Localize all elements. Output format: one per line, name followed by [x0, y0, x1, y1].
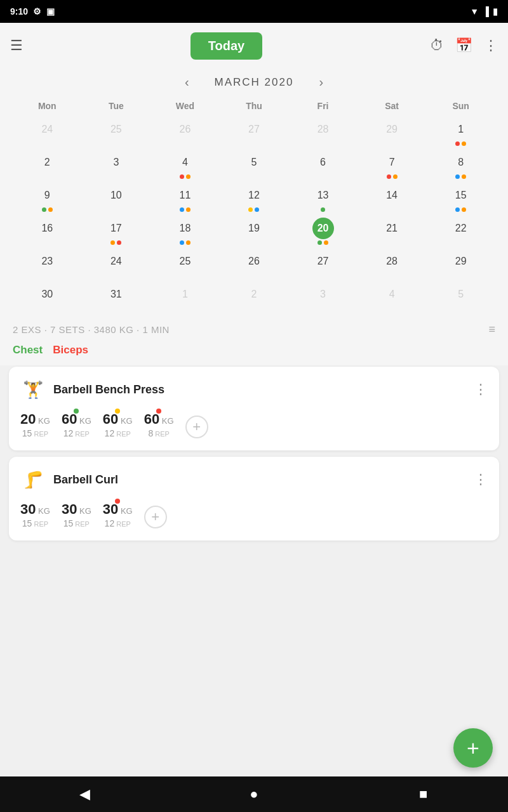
calendar-header-tue: Tue: [82, 98, 151, 116]
calendar-dots: [455, 207, 466, 213]
calendar-dots: [180, 240, 190, 246]
add-exercise-fab[interactable]: +: [453, 728, 493, 768]
calendar-cell[interactable]: 8: [426, 149, 495, 182]
set-item[interactable]: 30 KG15 REP: [62, 501, 91, 529]
calendar-dots: [455, 141, 466, 147]
calendar-cell[interactable]: 18: [150, 215, 220, 248]
calendar-date: 13: [312, 185, 334, 206]
calendar-date: 15: [450, 185, 472, 206]
calendar-cell[interactable]: 30: [13, 281, 82, 314]
calendar-dot: [455, 207, 460, 212]
calendar-date: 27: [312, 251, 334, 272]
month-title: MARCH 2020: [215, 76, 294, 89]
category-tag-biceps[interactable]: Biceps: [53, 344, 88, 357]
calendar-cell[interactable]: 3: [82, 149, 151, 182]
calendar-cell[interactable]: 29: [426, 248, 495, 281]
set-status-dot: [115, 409, 120, 414]
calendar-dot: [186, 174, 190, 179]
calendar-cell[interactable]: 15: [426, 182, 495, 215]
set-status-dot: [156, 409, 161, 414]
calendar-cell[interactable]: 5: [426, 281, 495, 314]
calendar-cell[interactable]: 2: [13, 149, 82, 182]
calendar-cell[interactable]: 6: [288, 149, 358, 182]
calendar-date: 18: [174, 218, 196, 239]
calendar-cell[interactable]: 11: [150, 182, 220, 215]
calendar-cell[interactable]: 14: [358, 182, 427, 215]
set-item[interactable]: 60 KG8 REP: [144, 411, 174, 439]
calendar-cell[interactable]: 28: [358, 248, 427, 281]
set-reps: 12 REP: [64, 428, 90, 439]
calendar-cell[interactable]: 2: [220, 281, 289, 314]
calendar-cell[interactable]: 19: [220, 215, 289, 248]
calendar-cell[interactable]: 12: [220, 182, 289, 215]
calendar-cell[interactable]: 25: [82, 116, 151, 149]
menu-icon[interactable]: ☰: [10, 37, 23, 54]
calendar-date: 24: [36, 119, 58, 140]
calendar-cell[interactable]: 7: [358, 149, 427, 182]
calendar-cell[interactable]: 17: [82, 215, 151, 248]
calendar-cell[interactable]: 26: [220, 248, 289, 281]
calendar-cell[interactable]: 1: [150, 281, 220, 314]
set-item[interactable]: 60 KG12 REP: [62, 411, 91, 439]
calendar-cell[interactable]: 27: [288, 248, 358, 281]
calendar-cell[interactable]: 26: [150, 116, 220, 149]
calendar-cell[interactable]: 28: [288, 116, 358, 149]
timer-icon[interactable]: ⏱: [430, 37, 444, 54]
calendar-dots: [248, 207, 259, 213]
exercise-more-options[interactable]: ⋮: [474, 381, 488, 398]
calendar-cell[interactable]: 4: [358, 281, 427, 314]
summary-menu-icon[interactable]: ≡: [488, 323, 495, 336]
calendar-cell[interactable]: 24: [13, 116, 82, 149]
calendar-cell[interactable]: 16: [13, 215, 82, 248]
calendar-date: 2: [36, 152, 58, 173]
calendar-dot: [180, 207, 184, 212]
calendar-date: 4: [381, 284, 403, 305]
set-weight: 20 KG: [20, 411, 50, 428]
exercise-more-options[interactable]: ⋮: [474, 471, 488, 488]
set-reps: 8 REP: [148, 428, 169, 439]
set-item[interactable]: 30 KG15 REP: [20, 501, 50, 529]
calendar-cell[interactable]: 21: [358, 215, 427, 248]
set-item[interactable]: 60 KG12 REP: [103, 411, 133, 439]
calendar-cell[interactable]: 31: [82, 281, 151, 314]
category-tag-chest[interactable]: Chest: [13, 344, 43, 357]
calendar-cell[interactable]: 23: [13, 248, 82, 281]
home-button[interactable]: ●: [235, 775, 273, 812]
calendar-dot: [462, 141, 466, 146]
calendar-cell[interactable]: 29: [358, 116, 427, 149]
summary-bar: 2 EXS · 7 SETS · 3480 KG · 1 MIN ≡: [0, 314, 508, 341]
calendar-cell[interactable]: 10: [82, 182, 151, 215]
calendar-cell[interactable]: 13: [288, 182, 358, 215]
calendar-cell[interactable]: 20: [288, 215, 358, 248]
calendar-cell[interactable]: 24: [82, 248, 151, 281]
card-header: 🏋Barbell Bench Press⋮: [20, 377, 488, 402]
calendar-cell[interactable]: 3: [288, 281, 358, 314]
category-row: ChestBiceps: [0, 341, 508, 365]
calendar-date: 26: [174, 119, 196, 140]
calendar-cell[interactable]: 25: [150, 248, 220, 281]
calendar-dot: [110, 240, 115, 245]
calendar-date: 10: [105, 185, 127, 206]
set-reps: 12 REP: [105, 428, 131, 439]
sim-icon: ▣: [46, 6, 55, 16]
wifi-icon: ▼: [470, 6, 479, 16]
back-button[interactable]: ◀: [65, 775, 104, 812]
calendar-cell[interactable]: 5: [220, 149, 289, 182]
set-item[interactable]: 30 KG12 REP: [103, 501, 133, 529]
add-set-button[interactable]: +: [185, 416, 208, 438]
calendar-cell[interactable]: 4: [150, 149, 220, 182]
calendar-cell[interactable]: 22: [426, 215, 495, 248]
prev-month-button[interactable]: ‹: [185, 75, 189, 89]
calendar-cell[interactable]: 27: [220, 116, 289, 149]
calendar-icon[interactable]: 📅: [455, 37, 472, 54]
calendar-date: 29: [381, 119, 403, 140]
calendar-cell[interactable]: 1: [426, 116, 495, 149]
more-options-icon[interactable]: ⋮: [484, 37, 498, 54]
next-month-button[interactable]: ›: [319, 75, 323, 89]
calendar-section: ‹ MARCH 2020 › MonTueWedThuFriSatSun2425…: [0, 69, 508, 314]
set-item[interactable]: 20 KG15 REP: [20, 411, 50, 439]
calendar-cell[interactable]: 9: [13, 182, 82, 215]
today-button[interactable]: Today: [190, 32, 262, 60]
recent-button[interactable]: ■: [404, 775, 443, 812]
add-set-button[interactable]: +: [144, 506, 167, 528]
